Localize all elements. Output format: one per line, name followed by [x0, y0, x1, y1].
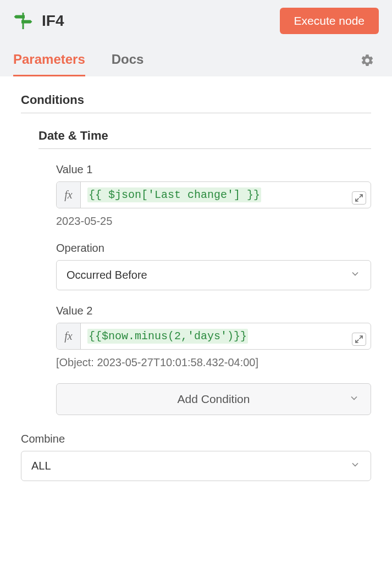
operation-selected: Occurred Before [67, 269, 147, 282]
combine-selected: ALL [31, 460, 51, 472]
add-condition-button[interactable]: Add Condition [56, 383, 371, 415]
combine-select[interactable]: ALL [21, 451, 371, 481]
expand-icon[interactable] [352, 191, 366, 205]
gear-icon[interactable] [360, 53, 379, 70]
combine-label: Combine [21, 433, 371, 445]
value1-input[interactable]: fx {{ $json['Last change'] }} [56, 181, 371, 208]
operation-select[interactable]: Occurred Before [56, 260, 371, 290]
value2-input[interactable]: fx {{$now.minus(2,'days')}} [56, 323, 371, 350]
operation-label: Operation [56, 242, 371, 255]
chevron-down-icon [350, 459, 361, 473]
value1-expression: {{ $json['Last change'] }} [87, 187, 261, 202]
fx-icon: fx [57, 182, 81, 208]
conditions-heading: Conditions [21, 93, 371, 113]
fx-icon: fx [57, 323, 81, 349]
value2-expression: {{$now.minus(2,'days')}} [87, 329, 248, 344]
add-condition-label: Add Condition [178, 393, 250, 406]
expand-icon[interactable] [352, 333, 366, 346]
value2-resolved: [Object: 2023-05-27T10:01:58.432-04:00] [56, 356, 371, 369]
value2-label: Value 2 [56, 305, 371, 317]
chevron-down-icon [350, 268, 361, 282]
execute-node-button[interactable]: Execute node [280, 8, 379, 34]
tab-parameters[interactable]: Parameters [13, 46, 85, 76]
signpost-icon [13, 11, 33, 31]
tab-docs[interactable]: Docs [112, 46, 144, 76]
chevron-down-icon [349, 393, 360, 406]
node-title: IF4 [42, 12, 64, 30]
value1-label: Value 1 [56, 163, 371, 176]
value1-resolved: 2023-05-25 [56, 215, 371, 228]
datetime-heading: Date & Time [38, 129, 371, 149]
